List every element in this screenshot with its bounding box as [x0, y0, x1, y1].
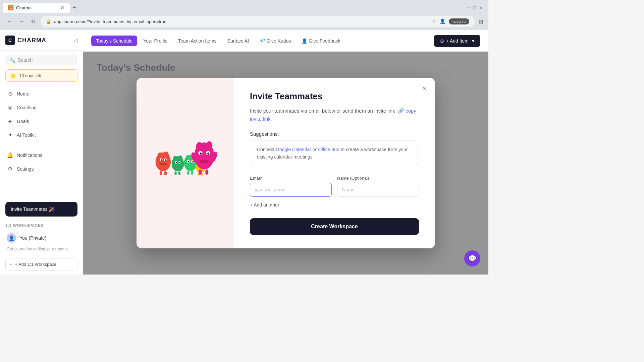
modal-right-content: × Invite Teammates Invite your teammates…	[234, 78, 435, 249]
trial-text: 13 days left	[19, 73, 42, 78]
add-item-btn[interactable]: ⊕ + Add Item ▾	[434, 35, 480, 47]
new-tab-button[interactable]: +	[70, 3, 79, 13]
browser-tab[interactable]: C Charma ✕	[3, 3, 70, 13]
svg-rect-26	[187, 171, 189, 175]
tab-close-btn[interactable]: ✕	[60, 5, 64, 10]
home-icon: ⊙	[7, 90, 13, 97]
sidebar-search-area: 🔍 Search	[0, 51, 83, 69]
workspace-avatar: 👤	[7, 233, 16, 243]
add-another-btn[interactable]: + Add another	[250, 201, 419, 209]
google-calendar-link[interactable]: Google Calendar	[276, 147, 311, 152]
modal-overlay[interactable]: × Invite Teammates Invite your teammates…	[83, 52, 488, 275]
sidebar-nav: ⊙ Home ◎ Coaching ◈ Goals ✦ AI Toolkit 🔔…	[0, 84, 83, 198]
svg-rect-8	[160, 171, 162, 175]
add-another-label: + Add another	[250, 202, 279, 207]
name-form-group: Name (Optional)	[337, 176, 419, 197]
address-icons: ☆ 👤 Incognito	[432, 18, 469, 24]
suggestions-label: Suggestions:	[250, 131, 419, 137]
sidebar-item-settings[interactable]: ⚙ Settings	[3, 162, 80, 175]
url-input[interactable]: 🔒 app.charma.com/?invite_teammates_by_em…	[41, 16, 475, 27]
svg-rect-45	[199, 169, 202, 175]
sidebar-header: C CHARMA ◁	[0, 30, 83, 51]
trial-badge[interactable]: ⭐ 13 days left	[5, 69, 77, 82]
topnav-item-schedule[interactable]: Today's Schedule	[91, 36, 137, 46]
reload-btn[interactable]: ↻	[30, 17, 37, 26]
email-form-group: Email*	[250, 176, 332, 197]
invite-teammates-btn[interactable]: Invite Teammates 🎉	[5, 202, 77, 217]
collapse-sidebar-btn[interactable]: ◁	[73, 37, 77, 44]
name-input[interactable]	[337, 183, 419, 197]
email-input[interactable]	[250, 183, 332, 197]
main-content: Today's Schedule	[83, 52, 488, 275]
sidebar-item-ai-toolkit[interactable]: ✦ AI Toolkit	[3, 128, 80, 141]
workspace-item-private[interactable]: 👤 You (Private)	[5, 231, 77, 245]
url-text: app.charma.com/?invite_teammates_by_emai…	[54, 19, 166, 24]
topnav-item-surface-ai[interactable]: Surface AI	[223, 36, 254, 46]
sidebar-item-goals[interactable]: ◈ Goals	[3, 115, 80, 128]
svg-rect-44	[200, 160, 209, 163]
svg-point-1	[158, 152, 163, 159]
sidebar-item-notifications-label: Notifications	[17, 153, 42, 158]
office365-link[interactable]: Office 365	[318, 147, 339, 152]
tab-title: Charma	[16, 5, 32, 10]
back-btn[interactable]: ←	[5, 17, 13, 26]
window-close-btn[interactable]: ✕	[479, 5, 483, 10]
settings-icon: ⚙	[7, 166, 13, 172]
sidebar: C CHARMA ◁ 🔍 Search ⭐ 13 days left ⊙ Hom…	[0, 30, 83, 275]
svg-point-39	[206, 141, 212, 150]
chat-widget-btn[interactable]: 💬	[464, 250, 480, 266]
add-workspace-btn[interactable]: + + Add 1:1 Workspace	[5, 258, 77, 270]
maximize-btn[interactable]: □	[474, 5, 476, 10]
trial-icon: ⭐	[10, 72, 16, 79]
sidebar-item-home-label: Home	[17, 91, 29, 97]
create-btn-label: Create Workspace	[311, 224, 358, 229]
svg-point-25	[192, 161, 194, 162]
ai-toolkit-icon: ✦	[7, 132, 13, 138]
workspace-name: You (Private)	[19, 235, 46, 241]
address-bar: ← → ↻ 🔒 app.charma.com/?invite_teammates…	[0, 13, 488, 30]
bookmark-icon[interactable]: ☆	[432, 18, 436, 24]
topnav-item-give-feedback[interactable]: 👤 Give Feedback	[297, 36, 345, 46]
sidebar-item-coaching[interactable]: ◎ Coaching	[3, 101, 80, 114]
topnav-item-team-action-items[interactable]: Team Action Items	[173, 36, 221, 46]
feedback-icon: 👤	[302, 38, 309, 44]
workspaces-section: 1:1 Workspaces 👤 You (Private) Get start…	[0, 221, 83, 255]
svg-rect-17	[175, 171, 177, 175]
search-box[interactable]: 🔍 Search	[5, 55, 77, 65]
svg-rect-27	[191, 171, 193, 175]
invite-form-row: Email* Name (Optional)	[250, 176, 419, 197]
topnav-item-give-kudos[interactable]: 💎 Give Kudos	[255, 36, 296, 46]
logo-icon: C	[5, 36, 15, 45]
search-icon: 🔍	[9, 57, 15, 63]
suggestions-text-2: or	[313, 147, 318, 152]
tab-bar: C Charma ✕ + ─ □ ✕	[0, 0, 488, 13]
suggestions-box: Connect Google Calendar or Office 365 to…	[250, 140, 419, 167]
sidebar-item-ai-toolkit-label: AI Toolkit	[17, 132, 36, 138]
sidebar-item-notifications[interactable]: 🔔 Notifications	[3, 148, 80, 162]
extensions-icon[interactable]: ⊞	[479, 18, 483, 25]
svg-point-12	[178, 155, 182, 161]
workspaces-label: 1:1 Workspaces	[5, 223, 77, 228]
modal-description-text: Invite your teammates via email below or…	[250, 108, 395, 114]
incognito-badge: Incognito	[449, 18, 469, 24]
svg-point-2	[163, 152, 169, 159]
minimize-btn[interactable]: ─	[467, 5, 471, 11]
logo-text: CHARMA	[17, 37, 46, 44]
topnav-item-profile[interactable]: Your Profile	[139, 36, 172, 46]
name-label: Name (Optional)	[337, 176, 419, 181]
forward-btn[interactable]: →	[17, 17, 25, 26]
profile-icon[interactable]: 👤	[440, 18, 445, 24]
svg-point-20	[186, 155, 190, 161]
monsters-illustration	[150, 130, 220, 197]
chat-icon: 💬	[468, 254, 477, 262]
sidebar-item-home[interactable]: ⊙ Home	[3, 87, 80, 100]
invite-teammates-modal: × Invite Teammates Invite your teammates…	[137, 78, 435, 249]
modal-close-btn[interactable]: ×	[419, 83, 430, 94]
svg-point-16	[179, 162, 181, 163]
modal-illustration-area	[137, 78, 234, 249]
close-icon: ×	[422, 84, 426, 92]
svg-point-43	[207, 153, 209, 155]
create-workspace-btn[interactable]: Create Workspace	[250, 218, 419, 235]
coaching-icon: ◎	[7, 104, 13, 111]
svg-rect-46	[205, 169, 208, 175]
